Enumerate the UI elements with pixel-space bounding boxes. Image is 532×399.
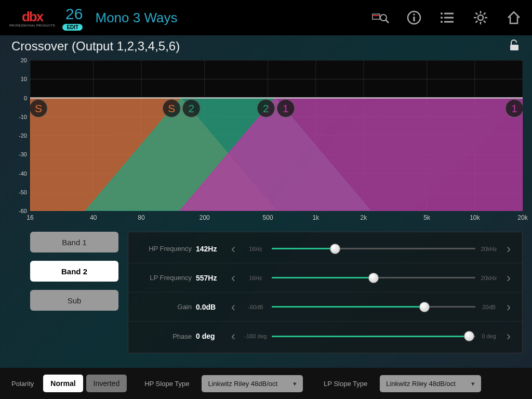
sub-header: Crossover (Output 1,2,3,4,5,6) [0, 35, 532, 57]
svg-rect-0 [373, 14, 380, 19]
param-min: 16Hz [240, 275, 272, 281]
param-max: 0 deg [475, 333, 502, 339]
svg-text:1: 1 [511, 102, 517, 114]
x-axis-labels: 1640802005001k2k5k10k20k [30, 214, 523, 224]
svg-text:2: 2 [188, 102, 194, 114]
param-label: Phase [136, 332, 192, 340]
lp-slope-label: LP Slope Type [324, 380, 367, 388]
svg-point-11 [441, 21, 443, 23]
svg-rect-12 [444, 21, 454, 23]
band-button-0[interactable]: Band 1 [30, 232, 118, 252]
svg-line-21 [476, 21, 478, 23]
band-handle[interactable]: 2 [182, 100, 200, 117]
band-button-1[interactable]: Band 2 [30, 261, 118, 282]
param-max: 20kHz [475, 275, 502, 281]
param-slider[interactable] [272, 269, 475, 287]
svg-point-5 [413, 14, 415, 16]
lp-slope-select[interactable]: Linkwitz Riley 48dB/oct [380, 375, 481, 392]
brand-logo: dbx PROFESSIONAL PRODUCTS [9, 9, 55, 27]
chevron-right-icon[interactable]: › [502, 240, 515, 258]
svg-text:S: S [35, 102, 42, 114]
chevron-left-icon[interactable]: ‹ [227, 269, 240, 287]
band-selector: Band 1Band 2Sub [30, 232, 118, 353]
svg-point-9 [441, 17, 443, 19]
polarity-label: Polarity [11, 380, 34, 388]
param-label: LP Frequency [136, 274, 192, 282]
crossover-plot[interactable]: SS2211 [30, 60, 523, 211]
param-label: Gain [136, 303, 192, 311]
lock-icon[interactable] [508, 38, 521, 54]
band-button-2[interactable]: Sub [30, 290, 118, 311]
slider-knob[interactable] [464, 331, 474, 341]
param-slider[interactable] [272, 327, 475, 345]
svg-text:2: 2 [263, 102, 269, 114]
band-handle[interactable]: 1 [277, 100, 295, 117]
param-slider[interactable] [272, 240, 475, 258]
band-handle[interactable]: S [30, 100, 47, 117]
param-label: HP Frequency [136, 245, 192, 252]
band-handle[interactable]: S [163, 100, 180, 117]
gear-icon[interactable] [472, 9, 489, 26]
parameter-list: HP Frequency 142Hz ‹ 16Hz 20kHz › LP Fre… [128, 232, 523, 353]
brand-text: dbx [22, 9, 43, 25]
list-icon[interactable] [438, 9, 456, 26]
slider-knob[interactable] [330, 244, 340, 254]
svg-line-18 [476, 13, 478, 15]
chevron-right-icon[interactable]: › [502, 269, 515, 287]
param-value: 0.0dB [196, 303, 227, 311]
hp-slope-select[interactable]: Linkwitz Riley 48dB/oct [202, 375, 303, 392]
search-icon[interactable] [372, 9, 390, 26]
preset-number: 26 [65, 5, 83, 23]
slider-knob[interactable] [368, 273, 379, 283]
param-row: Gain 0.0dB ‹ -60dB 20dB › [128, 292, 522, 322]
band-handle[interactable]: 1 [506, 100, 523, 117]
svg-line-20 [484, 13, 486, 15]
config-name: Mono 3 Ways [95, 10, 177, 26]
svg-rect-6 [413, 17, 415, 21]
brand-subtext: PROFESSIONAL PRODUCTS [9, 24, 55, 27]
svg-rect-22 [510, 45, 518, 50]
param-value: 557Hz [196, 274, 227, 282]
param-value: 0 deg [196, 332, 227, 340]
svg-text:1: 1 [283, 102, 289, 114]
svg-point-7 [441, 12, 443, 15]
param-min: -180 deg [240, 333, 272, 339]
param-row: Phase 0 deg ‹ -180 deg 0 deg › [128, 322, 522, 351]
chevron-left-icon[interactable]: ‹ [227, 298, 240, 316]
svg-line-19 [484, 21, 486, 23]
svg-line-3 [385, 20, 389, 23]
polarity-normal-button[interactable]: Normal [43, 375, 83, 392]
polarity-segment: Normal Inverted [43, 375, 127, 392]
edit-badge: EDIT [62, 24, 83, 31]
chevron-left-icon[interactable]: ‹ [227, 327, 240, 345]
param-row: HP Frequency 142Hz ‹ 16Hz 20kHz › [128, 234, 522, 263]
home-icon[interactable] [505, 9, 523, 26]
svg-rect-10 [444, 17, 454, 19]
band-handle[interactable]: 2 [257, 100, 275, 117]
slider-knob[interactable] [419, 302, 430, 312]
param-value: 142Hz [196, 245, 227, 253]
control-panel: Band 1Band 2Sub HP Frequency 142Hz ‹ 16H… [9, 232, 523, 353]
crossover-chart: 20100-10-20-30-40-50-60 SS2211 164080200… [9, 60, 523, 224]
chevron-right-icon[interactable]: › [502, 298, 515, 316]
param-row: LP Frequency 557Hz ‹ 16Hz 20kHz › [128, 263, 522, 292]
app-header: dbx PROFESSIONAL PRODUCTS 26 EDIT Mono 3… [0, 0, 532, 35]
hp-slope-label: HP Slope Type [144, 380, 189, 388]
chevron-left-icon[interactable]: ‹ [227, 240, 240, 258]
svg-point-13 [478, 15, 483, 20]
param-min: 16Hz [240, 246, 272, 252]
page-title: Crossover (Output 1,2,3,4,5,6) [11, 39, 180, 54]
footer-bar: Polarity Normal Inverted HP Slope Type L… [0, 368, 532, 399]
svg-text:S: S [168, 102, 175, 114]
param-max: 20dB [475, 304, 502, 310]
preset-indicator: 26 EDIT [62, 5, 83, 31]
info-icon[interactable] [405, 9, 423, 26]
param-slider[interactable] [272, 298, 475, 316]
param-max: 20kHz [475, 246, 502, 252]
chevron-right-icon[interactable]: › [502, 327, 515, 345]
polarity-inverted-button[interactable]: Inverted [86, 375, 127, 392]
header-toolbar [372, 9, 523, 26]
svg-rect-8 [444, 13, 454, 15]
param-min: -60dB [240, 304, 272, 310]
